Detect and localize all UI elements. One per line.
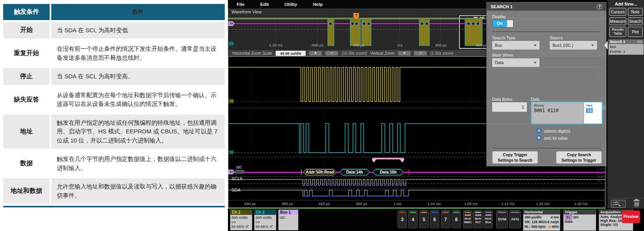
time-label: 1.08 ms (464, 201, 478, 206)
button-line: Settings to Trigger (556, 158, 601, 163)
ch6-color-stripe (431, 212, 438, 213)
horizontal-zoom-scale-value[interactable]: 40.00 us/div (276, 51, 306, 56)
time-label: 1.20 ms (574, 201, 588, 206)
search-button[interactable]: Search (628, 17, 643, 25)
preview-button[interactable]: Preview (622, 211, 640, 223)
toggle-on-label: On (493, 20, 507, 27)
menu-edit[interactable]: Edit (260, 2, 269, 7)
copy-trigger-to-search-button[interactable]: Copy Trigger Settings to Search (492, 151, 538, 164)
ch2-bandwidth: 50 MHz (256, 224, 269, 229)
table-header-condition: 条件 (51, 4, 225, 20)
menu-file[interactable]: File (237, 2, 245, 7)
v-zoom-in-button[interactable]: + (398, 51, 411, 55)
data-bytes-field[interactable]: 1 (492, 102, 527, 112)
add-new-bus-button[interactable]: AddNewBus (483, 210, 493, 228)
help-icon[interactable]: ? (597, 4, 602, 9)
add-new-ref-button[interactable]: AddNewRef (473, 210, 483, 228)
bus1-name: Bus 1 (278, 210, 298, 215)
horizontal-zoom-scale-label: Horizontal Zoom Scale (232, 51, 272, 55)
mark-when-dropdown[interactable]: Data (492, 58, 539, 67)
source-dropdown[interactable]: Bus1 (I2C ) (550, 41, 597, 50)
channel-number: 3 (398, 217, 407, 222)
channel-5-button[interactable]: 5 (419, 210, 429, 228)
v-zoom-factor: (1.00x zoom) (430, 51, 453, 55)
overview-time-label: 800 µs (476, 43, 487, 47)
channel-3-button[interactable]: 3 (398, 210, 407, 228)
binary-value[interactable]: 0001 0110 (534, 108, 581, 113)
add-new-math-button[interactable]: AddNewMath (463, 210, 472, 228)
overview-time-label: 0 s (398, 43, 403, 47)
visibility-pill-icon[interactable] (637, 41, 642, 43)
overview-time-label: -1.20 ms (268, 43, 283, 47)
hex-section[interactable]: Hex 16 (584, 102, 602, 124)
search-mark-icon (371, 159, 376, 163)
results-table-button[interactable]: Results Table (609, 27, 626, 37)
ch3-color-stripe (399, 212, 405, 213)
search-config-panel: SEARCH 1 ? Display On Search Type Source… (486, 2, 607, 166)
overview-time-label: 400 µs (435, 43, 447, 47)
drag-handle-icon[interactable] (603, 104, 606, 112)
divider (492, 148, 601, 148)
divider (492, 31, 601, 32)
table-row: 地址 触发在用户指定的地址或任何预编程的特殊地址，包括通用调用、启动字节、HS … (3, 115, 225, 149)
note-button[interactable]: Note (628, 8, 643, 16)
sda-label: SDA (231, 188, 241, 192)
dvm-button[interactable]: DVM (496, 210, 508, 228)
search-type-value: Bus (495, 43, 502, 48)
ch1-badge[interactable]: Ch 1 600 m/div 50 MHz (230, 209, 252, 230)
ref-color-stripe (475, 212, 481, 213)
row-desc: 在没有前一个停止条件的情况下发生开始条件。通常是当主设备发送多条消息而不释放总线… (51, 41, 225, 66)
channel-8-button[interactable]: 8 (452, 210, 461, 228)
channel-7-button[interactable]: 7 (441, 210, 450, 228)
time-label: 1.04 ms (427, 201, 441, 206)
add-new-title: Add New... (608, 2, 644, 6)
source-value: Bus1 (I2C ) (553, 43, 573, 48)
ch2-name: Ch 2 (254, 210, 276, 215)
bus1-badge[interactable]: Bus 1 I2C (278, 209, 299, 230)
channel-4-button[interactable]: 4 (408, 210, 418, 228)
data-value-field[interactable]: Binary 0001 0110 Hex 16 (531, 102, 603, 124)
hex-label: Hex (586, 103, 600, 107)
search-type-dropdown[interactable]: Bus (492, 41, 539, 50)
channel-6-button[interactable]: 6 (430, 210, 439, 228)
row-desc: 从设备通常配置为在每个地址和数据字节后传输一个确认。示波器可以在从设备未生成确认… (51, 87, 225, 113)
cursors-button[interactable]: Cursors (609, 8, 626, 16)
trigger-table-panel: 触发条件 条件 开始 当 SDA 在 SCL 为高时变低 重复开始 在没有前一个… (0, 0, 228, 231)
ch5-color-stripe (421, 212, 427, 213)
h-zoom-in-button[interactable]: + (309, 51, 322, 55)
binary-label: Binary (534, 103, 581, 107)
bus-color-stripe (485, 212, 491, 213)
decode-label: Data:14h (346, 170, 363, 174)
menu-help[interactable]: Help (313, 2, 323, 7)
measure-button[interactable]: Measure (609, 17, 626, 25)
plot-button[interactable]: Plot (628, 27, 643, 37)
afg-button[interactable]: AFG (509, 210, 521, 228)
time-label: 1.12 ms (501, 201, 515, 206)
horizontal-badge[interactable]: Horizontal 400 µs/div4 ms SR: 125 MS/s8 … (523, 209, 560, 230)
knob-b-hint: B sets its value (536, 135, 568, 140)
divider (609, 198, 643, 198)
table-row: 重复开始 在没有前一个停止条件的情况下发生开始条件。通常是当主设备发送多条消息而… (3, 41, 225, 66)
source-label: Source (550, 35, 563, 40)
bus1-pill: B1 (565, 215, 572, 220)
binary-section[interactable]: Binary 0001 0110 (532, 102, 584, 124)
trigger-badge[interactable]: Trigger B1I2C Data (563, 209, 596, 230)
magnifier-icon (615, 201, 618, 205)
trash-button[interactable] (633, 199, 640, 208)
zoom-search-button[interactable] (611, 200, 626, 208)
display-toggle[interactable]: On (492, 20, 513, 28)
ch2-badge[interactable]: Ch 2 600 m/div 50 MHz (254, 209, 276, 230)
bottom-settings-bar: Ch 1 600 m/div 50 MHz Ch 2 600 m/div 50 … (228, 209, 644, 231)
hex-value[interactable]: 16 (586, 108, 593, 113)
search-panel-header[interactable]: SEARCH 1 ? (487, 2, 606, 11)
copy-search-to-trigger-button[interactable]: Copy Search Settings to Trigger (556, 151, 602, 164)
menu-utility[interactable]: Utility (285, 2, 297, 7)
v-zoom-out-button[interactable]: − (414, 51, 427, 55)
results-sidebar: Add New... Cursors Note Measure Search R… (607, 0, 644, 209)
ch2-scale-ghost: 1.20 (597, 167, 604, 171)
search1-result-badge[interactable]: Search 1 Bus Events: 1 (609, 39, 644, 55)
decode-bubble-address: Addr:50h:Read (303, 169, 336, 176)
mark-when-label: Mark When (492, 53, 513, 57)
h-zoom-out-button[interactable]: − (325, 51, 338, 55)
row-desc: 当 SDA 在 SCL 为高时变低 (51, 22, 225, 39)
